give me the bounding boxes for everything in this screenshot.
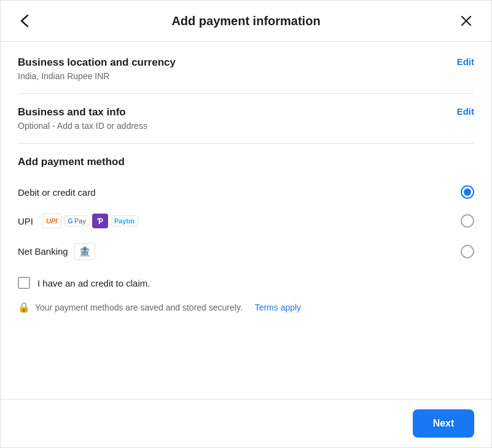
paytm-badge: Paytm <box>111 215 138 226</box>
ad-credit-section: I have an ad credit to claim. <box>18 267 474 294</box>
upi-logos: UPI G Pay Ƥ Paytm <box>42 214 138 228</box>
ad-credit-label: I have an ad credit to claim. <box>37 278 150 288</box>
upi-text-icon: UPI <box>46 217 57 225</box>
payment-option-upi[interactable]: UPI UPI G Pay Ƥ <box>18 206 474 236</box>
payment-option-debit-credit[interactable]: Debit or credit card <box>18 178 474 206</box>
business-tax-section: Business and tax info Optional - Add a t… <box>18 106 474 144</box>
gpay-badge: G Pay <box>64 215 90 226</box>
business-location-header: Business location and currency India, In… <box>18 56 474 81</box>
back-button[interactable] <box>15 12 34 30</box>
close-button[interactable] <box>456 13 477 29</box>
phonepe-badge: Ƥ <box>92 214 108 228</box>
gpay-g-icon: G <box>68 217 73 225</box>
upi-radio[interactable] <box>461 214 474 228</box>
business-tax-header: Business and tax info Optional - Add a t… <box>18 106 474 131</box>
netbanking-badge: 🏦 <box>74 243 95 260</box>
next-button[interactable]: Next <box>413 409 474 438</box>
payment-option-netbanking[interactable]: Net Banking 🏦 <box>18 236 474 267</box>
debit-credit-label: Debit or credit card <box>18 187 96 198</box>
business-tax-subtitle: Optional - Add a tax ID or address <box>18 121 147 131</box>
modal-content: Business location and currency India, In… <box>1 42 491 399</box>
upi-logo-badge: UPI <box>42 214 61 228</box>
business-location-info: Business location and currency India, In… <box>18 56 176 81</box>
lock-icon: 🔒 <box>18 301 30 313</box>
business-location-subtitle: India, Indian Rupee INR <box>18 71 176 81</box>
business-tax-info: Business and tax info Optional - Add a t… <box>18 106 147 131</box>
payment-option-debit-left: Debit or credit card <box>18 187 96 198</box>
secure-notice: 🔒 Your payment methods are saved and sto… <box>18 294 474 313</box>
secure-notice-text: Your payment methods are saved and store… <box>35 303 243 312</box>
upi-label: UPI <box>18 216 33 226</box>
payment-option-upi-left: UPI UPI G Pay Ƥ <box>18 214 138 228</box>
gpay-pay-text: Pay <box>74 217 86 225</box>
payment-option-netbanking-left: Net Banking 🏦 <box>18 243 95 260</box>
modal-title: Add payment information <box>171 14 320 28</box>
terms-link[interactable]: Terms apply <box>255 303 301 312</box>
business-tax-edit-button[interactable]: Edit <box>457 106 474 117</box>
radio-inner-selected <box>464 188 471 196</box>
modal-container: Add payment information Business locatio… <box>0 0 492 448</box>
netbanking-radio[interactable] <box>461 245 474 258</box>
phonepe-icon: Ƥ <box>98 217 103 226</box>
ad-credit-checkbox[interactable] <box>18 277 30 289</box>
business-location-section: Business location and currency India, In… <box>18 56 474 94</box>
payment-method-title: Add payment method <box>18 156 474 168</box>
modal-header: Add payment information <box>1 1 491 42</box>
payment-method-section: Add payment method Debit or credit card … <box>18 156 474 313</box>
modal-footer: Next <box>1 399 491 447</box>
business-location-title: Business location and currency <box>18 56 176 69</box>
business-location-edit-button[interactable]: Edit <box>457 56 474 67</box>
debit-credit-radio[interactable] <box>461 185 474 199</box>
netbanking-label: Net Banking <box>18 246 68 257</box>
business-tax-title: Business and tax info <box>18 106 147 118</box>
paytm-text: Paytm <box>114 217 135 225</box>
bank-icon: 🏦 <box>79 245 91 257</box>
